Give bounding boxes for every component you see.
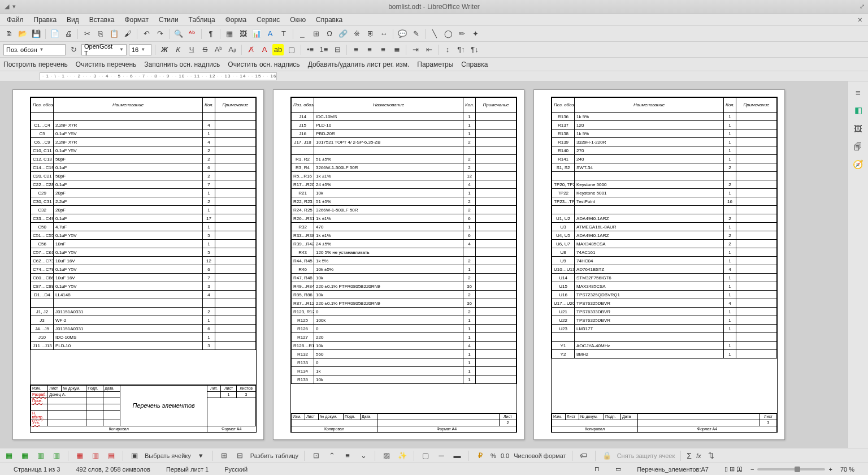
table-row[interactable]: U14STM32F756IGT61 (552, 274, 777, 282)
table-row[interactable]: J15PLD-101 (292, 121, 517, 129)
table-row[interactable]: J16PBD-20R1 (292, 129, 517, 138)
menu-file[interactable]: Файл (2, 15, 28, 25)
paste-icon[interactable]: 📋 (108, 28, 120, 40)
table-row[interactable]: R3, R43266W-1-500LF 50R2 (292, 163, 517, 172)
table-row[interactable]: R12601 (292, 325, 517, 333)
decimal-label[interactable]: 0.0 (501, 452, 509, 459)
menu-format[interactable]: Формат (120, 15, 153, 25)
status-page[interactable]: Страница 1 из 3 (6, 466, 68, 473)
font-size-combo[interactable]: 16▼ (129, 44, 151, 55)
menu-edit[interactable]: Правка (29, 15, 62, 25)
menu-form[interactable]: Форма (221, 15, 251, 25)
cell-bg-icon[interactable]: ▨ (381, 450, 392, 461)
table-row[interactable]: D1…D4LL41484 (31, 291, 256, 299)
delete-col-icon[interactable]: ▥ (90, 450, 101, 461)
table-row[interactable]: Y28MHz1 (552, 350, 777, 359)
table-row[interactable]: C2920pF1 (31, 189, 256, 197)
align-mid-icon[interactable]: ≡ (342, 450, 353, 461)
redo-icon[interactable]: ↷ (154, 28, 166, 40)
table-row[interactable]: U874AC1611 (552, 248, 777, 257)
status-words[interactable]: 492 слов, 2 058 символов (68, 466, 158, 473)
table-row[interactable]: R47, R4810k2 (292, 274, 517, 282)
delete-row-icon[interactable]: ▦ (74, 450, 85, 461)
table-row[interactable]: R49…R84220 ±0.1% PTFR0805B220RN936 (292, 282, 517, 291)
table-row[interactable]: C504.7uF1 (31, 223, 256, 231)
table-row[interactable]: R17…R2024 ±5%4 (292, 180, 517, 189)
strike-icon[interactable]: S (199, 44, 211, 55)
sidebar-gallery-icon[interactable]: 🖼 (852, 122, 865, 135)
table-row[interactable]: TP22Keystone 50011 (552, 189, 777, 197)
table-row[interactable]: R1272201 (292, 333, 517, 342)
status-sel[interactable]: Перечень_элементов:A7 (629, 466, 717, 473)
table-row[interactable]: C33…C490.1uF17 (31, 214, 256, 223)
table-row[interactable]: C22…C280.1uF7 (31, 180, 256, 189)
table-row[interactable]: Y1AOCJYA-40MHz1 (552, 342, 777, 350)
bom-table-3[interactable]: Поз. обозна- чениеНаименованиеКол.Примеч… (552, 97, 777, 359)
table-row[interactable] (31, 113, 256, 121)
table-row[interactable]: U15MAX3485CSA1 (552, 282, 777, 291)
draw-icon[interactable]: ✏ (456, 28, 467, 40)
gost-build[interactable]: Построить перечень (3, 61, 68, 68)
sidebar-styles-icon[interactable]: ◧ (852, 104, 865, 116)
paraspacing-inc-icon[interactable]: ¶↑ (455, 44, 467, 55)
table-row[interactable]: R1381k 5%1 (552, 129, 777, 138)
table-row[interactable]: R4610k ±5%1 (292, 265, 517, 274)
cut-icon[interactable]: ✂ (81, 28, 93, 40)
sidebar-navigator-icon[interactable]: 🧭 (852, 158, 865, 171)
update-style-icon[interactable]: ↻ (68, 44, 79, 55)
hyperlink-icon[interactable]: 🔗 (337, 28, 349, 40)
table-row[interactable] (31, 299, 256, 308)
linespacing-icon[interactable]: ↕ (442, 44, 453, 55)
image-icon[interactable]: 🖼 (237, 28, 249, 40)
sort-icon[interactable]: ⇅ (705, 450, 717, 461)
trackchanges-icon[interactable]: ✎ (410, 28, 422, 40)
zoom-slider[interactable]: −+ (750, 466, 832, 473)
sum-icon[interactable]: Σ (687, 451, 692, 460)
menu-styles[interactable]: Стили (154, 15, 183, 25)
line-icon[interactable]: ╲ (429, 28, 440, 40)
bullets-icon[interactable]: •≡ (305, 44, 316, 55)
paraspacing-dec-icon[interactable]: ¶↓ (469, 44, 480, 55)
table-row[interactable]: R2110k1 (292, 189, 517, 197)
indent-dec-icon[interactable]: ⇤ (423, 44, 435, 55)
table-row[interactable]: R1361k 5%1 (552, 113, 777, 121)
align-left-icon[interactable]: ≡ (350, 44, 362, 55)
table-row[interactable]: J1, J2J01151A03312 (31, 308, 256, 316)
optimize-icon[interactable]: ⊡ (310, 450, 322, 461)
table-row[interactable]: R39…R4224 ±5%4 (292, 240, 517, 248)
text-icon[interactable]: T (278, 28, 289, 40)
table-row[interactable]: R44, R451k 5%2 (292, 257, 517, 265)
menu-window[interactable]: Окно (285, 15, 310, 25)
menu-tools[interactable]: Сервис (252, 15, 284, 25)
borderstyle-icon[interactable]: ─ (436, 450, 447, 461)
table-row[interactable]: C20, C2150pF2 (31, 172, 256, 180)
insert-col-before-icon[interactable]: ▥ (35, 450, 46, 461)
table-row[interactable]: C14…C190.1uF6 (31, 163, 256, 172)
table-row[interactable]: C87…C890.1uF Y5V3 (31, 282, 256, 291)
table-row[interactable] (552, 333, 777, 342)
superscript-icon[interactable]: Aᵇ (213, 44, 224, 55)
field-icon[interactable]: ⊞ (310, 28, 322, 40)
table-row[interactable]: TP20, TP21Keystone 50002 (552, 180, 777, 189)
menu-table[interactable]: Таблица (184, 15, 220, 25)
table-row[interactable] (552, 206, 777, 214)
gost-clear-stamp[interactable]: Очистить осн. надпись (228, 61, 300, 68)
table-row[interactable]: J11…J13PLD-103 (31, 342, 256, 350)
table-row[interactable]: U6, U7MAX3485CSA2 (552, 240, 777, 248)
fontwork-icon[interactable]: ✦ (470, 28, 481, 40)
table-row[interactable]: C1…C42.2nF X7R4 (31, 121, 256, 129)
unprotect-cells[interactable]: Снять защиту ячеек (617, 452, 675, 459)
split-cells-icon[interactable]: ⊟ (235, 450, 246, 461)
shapes-icon[interactable]: ◯ (442, 28, 454, 40)
find-icon[interactable]: 🔍 (173, 28, 184, 40)
table-row[interactable]: S1, S2SWT-342 (552, 163, 777, 172)
bordercolor-icon[interactable]: ▬ (452, 450, 463, 461)
table-row[interactable]: C50.1uF Y5V1 (31, 129, 256, 138)
status-style[interactable]: Первый лист 1 (158, 466, 216, 473)
status-zoom[interactable]: 70 % (832, 466, 862, 473)
caption-icon[interactable]: 🏷 (578, 450, 589, 461)
new-icon[interactable]: 🗎 (3, 28, 15, 40)
nonprinting-icon[interactable]: ¶ (205, 28, 216, 40)
italic-icon[interactable]: К (172, 44, 184, 55)
table-row[interactable]: R85, R8610k2 (292, 291, 517, 299)
